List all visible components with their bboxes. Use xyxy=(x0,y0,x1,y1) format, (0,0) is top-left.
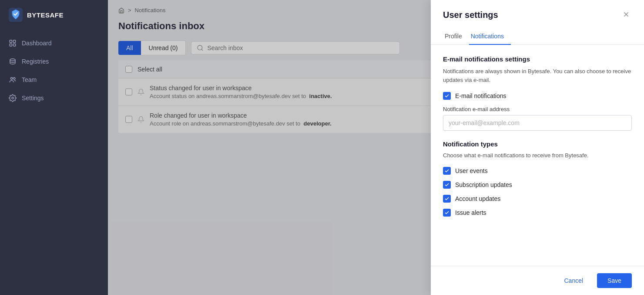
tab-notifications[interactable]: Notifications xyxy=(469,28,511,45)
svg-point-6 xyxy=(11,78,13,80)
notif-1-checkbox[interactable] xyxy=(125,88,132,95)
email-notifications-label: E-mail notifications xyxy=(455,92,506,99)
all-button[interactable]: All xyxy=(118,41,141,55)
user-events-checkbox[interactable] xyxy=(443,167,451,175)
svg-rect-1 xyxy=(10,40,12,42)
home-icon[interactable] xyxy=(118,7,124,14)
sidebar-item-dashboard[interactable]: Dashboard xyxy=(0,34,108,52)
email-section-desc: Notifications are always shown in Bytesa… xyxy=(443,67,632,84)
svg-rect-4 xyxy=(13,44,16,46)
search-icon xyxy=(197,44,204,51)
close-button[interactable] xyxy=(621,9,632,21)
notif-1-title: Status changed for user in workspace xyxy=(150,85,332,92)
app-name: BYTESAFE xyxy=(27,11,64,19)
app-logo: BYTESAFE xyxy=(0,0,108,30)
sidebar-item-team[interactable]: Team xyxy=(0,71,108,89)
svg-point-7 xyxy=(13,78,16,80)
settings-panel: User settings Profile Notifications E-ma… xyxy=(431,0,644,295)
search-inbox-container xyxy=(191,41,400,54)
sidebar-item-settings[interactable]: Settings xyxy=(0,89,108,107)
notif-2-sub-prefix: Account role on andreas.sommarstrom@byte… xyxy=(150,120,300,127)
email-section-title: E-mail notifications settings xyxy=(443,55,632,63)
select-all-label: Select all xyxy=(138,66,162,73)
svg-point-9 xyxy=(198,45,202,50)
notif-1-sub: Account status on andreas.sommarstrom@by… xyxy=(150,93,332,99)
breadcrumb-current: Notifications xyxy=(135,7,166,14)
notif-2-sub-bold: developer. xyxy=(304,120,332,127)
close-icon xyxy=(622,10,630,18)
sidebar-item-settings-label: Settings xyxy=(22,95,44,102)
notif-1-sub-prefix: Account status on andreas.sommarstrom@by… xyxy=(150,93,306,99)
sidebar: BYTESAFE Dashboard Registries xyxy=(0,0,108,295)
svg-line-10 xyxy=(202,49,203,51)
svg-point-5 xyxy=(10,59,15,61)
search-input[interactable] xyxy=(207,44,394,51)
check-icon xyxy=(444,182,449,187)
subscription-updates-row: Subscription updates xyxy=(443,181,632,189)
subscription-updates-label: Subscription updates xyxy=(455,181,512,188)
settings-icon xyxy=(9,94,17,102)
subscription-updates-checkbox[interactable] xyxy=(443,181,451,189)
account-updates-checkbox[interactable] xyxy=(443,195,451,203)
check-icon xyxy=(444,196,449,201)
sidebar-item-registries[interactable]: Registries xyxy=(0,52,108,71)
sidebar-nav: Dashboard Registries Team Set xyxy=(0,30,108,112)
issue-alerts-checkbox[interactable] xyxy=(443,209,451,217)
email-address-input[interactable] xyxy=(443,115,632,131)
panel-header: User settings xyxy=(431,0,644,21)
bell-icon-1 xyxy=(138,88,144,95)
panel-tabs: Profile Notifications xyxy=(431,28,644,45)
check-icon xyxy=(444,93,449,98)
logo-icon xyxy=(9,8,23,22)
account-updates-label: Account updates xyxy=(455,195,500,202)
panel-title: User settings xyxy=(443,10,498,20)
svg-rect-2 xyxy=(13,40,16,42)
unread-button[interactable]: Unread (0) xyxy=(141,41,186,55)
user-events-row: User events xyxy=(443,167,632,175)
save-button[interactable]: Save xyxy=(597,273,632,288)
check-icon xyxy=(444,210,449,215)
check-icon xyxy=(444,168,449,173)
issue-alerts-label: Issue alerts xyxy=(455,209,486,216)
panel-body: E-mail notifications settings Notificati… xyxy=(431,45,644,266)
sidebar-item-dashboard-label: Dashboard xyxy=(22,40,52,47)
svg-point-8 xyxy=(12,97,14,99)
sidebar-item-registries-label: Registries xyxy=(22,58,49,65)
issue-alerts-row: Issue alerts xyxy=(443,209,632,217)
notif-2-title: Role changed for user in workspace xyxy=(150,112,332,119)
tab-profile[interactable]: Profile xyxy=(443,28,469,45)
notif-types-title: Notification types xyxy=(443,140,632,148)
user-events-label: User events xyxy=(455,167,488,174)
account-updates-row: Account updates xyxy=(443,195,632,203)
notif-1-text: Status changed for user in workspace Acc… xyxy=(150,85,332,99)
notif-types-desc: Choose what e-mail notifications to rece… xyxy=(443,151,632,160)
cancel-button[interactable]: Cancel xyxy=(555,273,592,288)
bell-icon-2 xyxy=(138,116,144,123)
team-icon xyxy=(9,76,17,84)
notif-2-sub: Account role on andreas.sommarstrom@byte… xyxy=(150,120,332,127)
dashboard-icon xyxy=(9,39,17,47)
breadcrumb-sep: > xyxy=(128,7,131,14)
svg-rect-3 xyxy=(10,44,12,46)
email-notifications-checkbox[interactable] xyxy=(443,92,451,100)
email-field-label: Notification e-mail address xyxy=(443,106,632,112)
registries-icon xyxy=(9,58,17,65)
email-notifications-row: E-mail notifications xyxy=(443,92,632,100)
notif-2-checkbox[interactable] xyxy=(125,116,132,123)
select-all-checkbox[interactable] xyxy=(125,66,132,73)
notif-1-sub-bold: inactive. xyxy=(309,93,332,99)
sidebar-item-team-label: Team xyxy=(22,76,37,83)
main-container: > Notifications Notifications inbox All … xyxy=(108,0,644,295)
panel-footer: Cancel Save xyxy=(431,266,644,295)
notif-2-text: Role changed for user in workspace Accou… xyxy=(150,112,332,127)
